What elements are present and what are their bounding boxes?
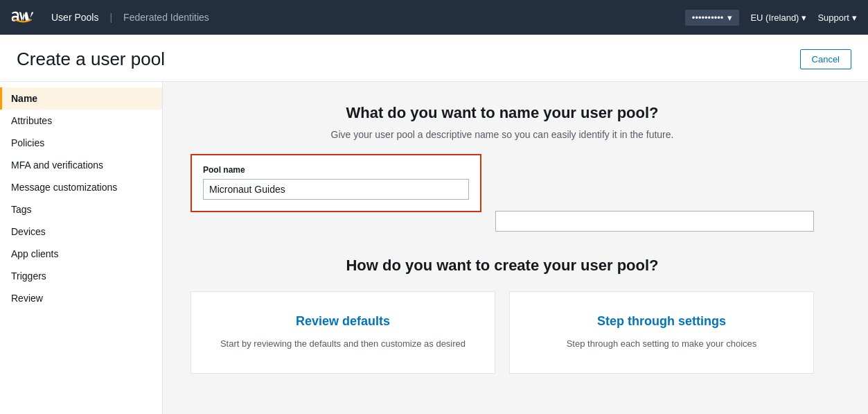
chevron-down-icon: ▾ <box>727 12 732 23</box>
top-nav: User Pools | Federated Identities ••••••… <box>0 0 868 35</box>
review-defaults-title: Review defaults <box>208 314 478 329</box>
pool-name-input[interactable] <box>203 179 469 200</box>
sidebar-item-policies[interactable]: Policies <box>0 132 162 154</box>
review-defaults-card[interactable]: Review defaults Start by reviewing the d… <box>191 291 495 374</box>
content-section: What do you want to name your user pool?… <box>191 104 814 374</box>
review-defaults-desc: Start by reviewing the defaults and then… <box>208 337 478 351</box>
main-content: What do you want to name your user pool?… <box>163 82 868 414</box>
extra-input[interactable] <box>495 211 814 232</box>
aws-logo <box>11 9 37 26</box>
account-dropdown[interactable]: •••••••••• ▾ <box>685 10 740 26</box>
sidebar-item-mfa[interactable]: MFA and verifications <box>0 154 162 176</box>
federated-identities-link[interactable]: Federated Identities <box>123 12 209 23</box>
sidebar-item-message[interactable]: Message customizations <box>0 176 162 198</box>
cancel-button[interactable]: Cancel <box>800 49 851 69</box>
sidebar-item-name[interactable]: Name <box>0 87 162 110</box>
nav-right: •••••••••• ▾ EU (Ireland) ▾ Support ▾ <box>685 10 857 26</box>
chevron-down-icon: ▾ <box>852 12 857 23</box>
user-pools-link[interactable]: User Pools <box>51 12 98 23</box>
sidebar-item-triggers[interactable]: Triggers <box>0 265 162 287</box>
nav-separator: | <box>109 12 112 23</box>
sidebar-item-devices[interactable]: Devices <box>0 221 162 243</box>
pool-name-label: Pool name <box>203 165 469 175</box>
name-section-title: What do you want to name your user pool? <box>191 104 814 122</box>
name-section-subtitle: Give your user pool a descriptive name s… <box>191 129 814 140</box>
sidebar-item-review[interactable]: Review <box>0 287 162 309</box>
sidebar-item-app-clients[interactable]: App clients <box>0 243 162 265</box>
step-through-desc: Step through each setting to make your c… <box>526 337 797 351</box>
how-section-title: How do you want to create your user pool… <box>191 257 814 275</box>
chevron-down-icon: ▾ <box>801 12 806 23</box>
step-through-card[interactable]: Step through settings Step through each … <box>509 291 814 374</box>
region-dropdown[interactable]: EU (Ireland) ▾ <box>750 12 806 23</box>
page-title: Create a user pool <box>17 49 165 70</box>
step-through-title: Step through settings <box>526 314 797 329</box>
sidebar-item-tags[interactable]: Tags <box>0 198 162 221</box>
main-layout: Name Attributes Policies MFA and verific… <box>0 82 868 414</box>
support-dropdown[interactable]: Support ▾ <box>817 12 857 23</box>
sidebar: Name Attributes Policies MFA and verific… <box>0 82 163 414</box>
page-header: Create a user pool Cancel <box>0 35 868 82</box>
pool-name-box: Pool name <box>191 154 481 212</box>
cards-row: Review defaults Start by reviewing the d… <box>191 291 814 374</box>
sidebar-item-attributes[interactable]: Attributes <box>0 110 162 132</box>
